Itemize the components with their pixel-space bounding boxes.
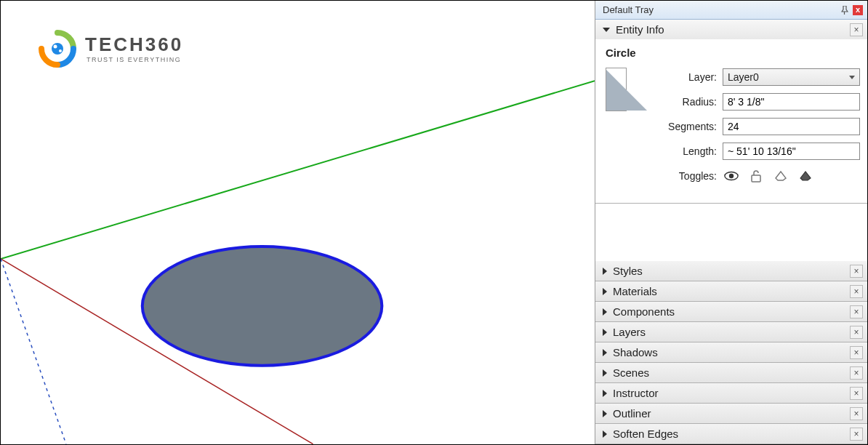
section-close-button[interactable]: × (850, 23, 863, 36)
section-soften-edges: Soften Edges × (595, 424, 867, 444)
material-swatch[interactable] (606, 68, 627, 111)
segments-label: Segments: (637, 121, 723, 132)
axis-blue-dashed (1, 259, 66, 444)
logo-mark-icon (37, 28, 78, 69)
entity-type-label: Circle (603, 45, 860, 65)
tray-close-button[interactable]: x (853, 5, 863, 15)
section-header-layers[interactable]: Layers × (595, 322, 867, 342)
section-scenes: Scenes × (595, 363, 867, 383)
section-close-button[interactable]: × (850, 407, 863, 420)
section-close-button[interactable]: × (850, 265, 863, 278)
section-close-button[interactable]: × (850, 285, 863, 298)
viewport-canvas[interactable]: TECH360 TRUST IS EVERYTHING (1, 1, 595, 444)
default-tray: Default Tray x Entity Info × Circle Laye… (595, 1, 867, 444)
svg-point-2 (59, 49, 62, 52)
section-label: Instructor (613, 387, 850, 399)
section-close-button[interactable]: × (850, 428, 863, 441)
section-materials: Materials × (595, 281, 867, 302)
section-label: Layers (613, 326, 850, 338)
radius-label: Radius: (637, 96, 723, 108)
section-label: Materials (613, 285, 850, 297)
section-shadows: Shadows × (595, 342, 867, 363)
caret-right-icon (603, 390, 607, 397)
svg-rect-5 (752, 175, 760, 182)
caret-right-icon (603, 308, 607, 316)
lock-toggle-icon[interactable] (749, 169, 763, 183)
section-header-soften-edges[interactable]: Soften Edges × (595, 424, 867, 444)
section-label: Soften Edges (613, 428, 850, 440)
svg-point-0 (52, 43, 63, 55)
section-components: Components × (595, 302, 867, 322)
section-close-button[interactable]: × (850, 366, 863, 380)
svg-point-1 (54, 45, 57, 49)
section-close-button[interactable]: × (850, 387, 863, 400)
section-header-styles[interactable]: Styles × (595, 261, 867, 281)
caret-right-icon (603, 349, 607, 356)
section-entity-info: Entity Info × Circle Layer: Layer0 (595, 20, 867, 204)
caret-right-icon (603, 329, 607, 336)
layer-select-value: Layer0 (728, 71, 759, 83)
segments-input[interactable] (723, 118, 860, 135)
section-header-shadows[interactable]: Shadows × (595, 342, 867, 362)
section-close-button[interactable]: × (850, 305, 863, 318)
section-header-instructor[interactable]: Instructor × (595, 383, 867, 403)
toggles-label: Toggles: (637, 170, 723, 182)
section-instructor: Instructor × (595, 383, 867, 404)
receive-shadow-toggle-icon[interactable] (798, 169, 813, 183)
layer-select[interactable]: Layer0 (723, 68, 860, 86)
section-header-scenes[interactable]: Scenes × (595, 363, 867, 382)
layer-label: Layer: (637, 71, 723, 83)
section-close-button[interactable]: × (850, 326, 863, 339)
entity-info-body: Circle Layer: Layer0 Radius: (595, 39, 867, 203)
length-input[interactable] (723, 143, 860, 160)
section-label: Components (613, 305, 850, 318)
section-styles: Styles × (595, 261, 867, 281)
shadow-toggle-icon[interactable] (773, 169, 788, 183)
section-label: Styles (613, 265, 850, 277)
app-logo: TECH360 TRUST IS EVERYTHING (37, 28, 183, 69)
caret-right-icon (603, 288, 607, 295)
section-label: Entity Info (616, 23, 850, 36)
svg-point-4 (729, 174, 734, 178)
caret-right-icon (603, 410, 607, 417)
section-header-outliner[interactable]: Outliner × (595, 404, 867, 423)
section-label: Outliner (613, 407, 850, 420)
section-label: Scenes (613, 366, 850, 379)
pin-icon[interactable] (840, 5, 850, 15)
section-header-entity-info[interactable]: Entity Info × (595, 20, 867, 39)
section-label: Shadows (613, 346, 850, 358)
tray-header[interactable]: Default Tray x (595, 1, 867, 20)
section-outliner: Outliner × (595, 404, 867, 424)
section-layers: Layers × (595, 322, 867, 342)
length-label: Length: (637, 145, 723, 157)
entity-circle[interactable] (142, 246, 382, 366)
section-header-materials[interactable]: Materials × (595, 281, 867, 301)
section-close-button[interactable]: × (850, 346, 863, 359)
radius-input[interactable] (723, 93, 860, 111)
logo-subtitle: TRUST IS EVERYTHING (87, 57, 183, 63)
caret-right-icon (603, 268, 607, 275)
caret-right-icon (603, 430, 607, 438)
caret-right-icon (603, 369, 607, 377)
section-header-components[interactable]: Components × (595, 302, 867, 321)
caret-down-icon (603, 28, 610, 32)
logo-title: TECH360 (85, 35, 183, 54)
tray-title: Default Tray (603, 4, 837, 15)
visibility-toggle-icon[interactable] (724, 169, 739, 183)
axis-green (1, 81, 595, 259)
